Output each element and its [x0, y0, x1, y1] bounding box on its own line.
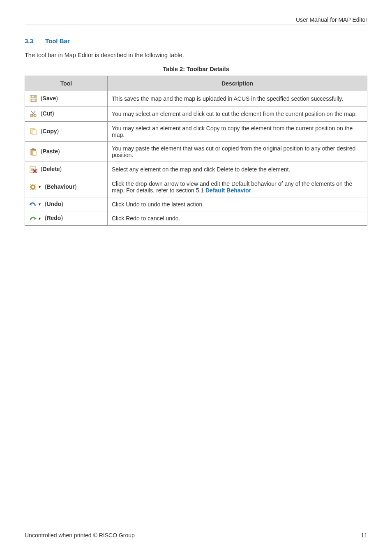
- table-row: (Cut) You may select an element and clic…: [25, 106, 367, 122]
- section-number: 3.3: [25, 37, 45, 44]
- tool-cell-delete: (Delete): [25, 162, 108, 177]
- tool-label: (Cut): [41, 110, 54, 117]
- tool-cell-undo: ▼ (Undo): [25, 197, 108, 211]
- svg-rect-1: [31, 95, 35, 98]
- table-row: (Paste) You may paste the element that w…: [25, 142, 367, 162]
- svg-line-7: [31, 111, 35, 116]
- section-heading: 3.3Tool Bar: [25, 37, 367, 44]
- header-rule: User Manual for MAP Editor: [25, 16, 367, 25]
- table-header-row: Tool Description: [25, 76, 367, 91]
- svg-point-20: [32, 186, 34, 188]
- description-cell: Select any element on the map and click …: [108, 162, 367, 177]
- default-behavior-link[interactable]: Default Behavior: [205, 187, 251, 194]
- chevron-down-icon: ▼: [38, 185, 42, 189]
- tool-label: (Behaviour): [45, 183, 77, 190]
- tool-label: (Undo): [45, 201, 63, 207]
- tool-label: (Delete): [41, 166, 62, 172]
- svg-line-6: [32, 111, 35, 116]
- table-row: ▼ (Undo) Click Undo to undo the latest a…: [25, 197, 367, 211]
- delete-icon: [29, 165, 37, 173]
- svg-rect-9: [32, 130, 36, 135]
- description-cell: You may select an element and click Copy…: [108, 122, 367, 142]
- tool-cell-paste: (Paste): [25, 142, 108, 162]
- svg-marker-29: [29, 203, 31, 206]
- description-cell: Click Undo to undo the latest action.: [108, 197, 367, 211]
- redo-icon: [29, 215, 37, 222]
- save-icon: [29, 95, 37, 103]
- table-row: ▼ (Behaviour) Click the drop-down arrow …: [25, 177, 367, 197]
- page-number: 11: [361, 532, 367, 539]
- footer-left: Uncontrolled when printed © RISCO Group: [25, 532, 135, 539]
- undo-icon: [29, 201, 37, 208]
- chevron-down-icon: ▼: [38, 202, 42, 206]
- table-header-description: Description: [108, 76, 367, 91]
- tool-label: (Copy): [41, 128, 59, 134]
- table-header-tool: Tool: [25, 76, 108, 91]
- tool-label: (Save): [41, 95, 58, 102]
- svg-marker-30: [35, 217, 37, 220]
- description-cell: Click the drop-down arrow to view and ed…: [108, 177, 367, 197]
- footer: Uncontrolled when printed © RISCO Group …: [25, 531, 367, 539]
- toolbar-table: Tool Description (Save) This saves the m…: [25, 76, 367, 226]
- footer-rule: Uncontrolled when printed © RISCO Group …: [25, 531, 367, 539]
- svg-line-25: [30, 185, 31, 185]
- chevron-down-icon: ▼: [38, 217, 42, 221]
- header-title: User Manual for MAP Editor: [25, 16, 367, 23]
- tool-cell-behaviour: ▼ (Behaviour): [25, 177, 108, 197]
- svg-rect-12: [32, 151, 36, 155]
- tool-cell-save: (Save): [25, 91, 108, 106]
- paste-icon: [29, 148, 37, 156]
- tool-cell-copy: (Copy): [25, 122, 108, 142]
- table-caption: Table 2: Toolbar Details: [25, 66, 367, 72]
- section-title: Tool Bar: [45, 37, 70, 44]
- tool-cell-redo: ▼ (Redo): [25, 211, 108, 225]
- tool-label: (Redo): [45, 215, 63, 221]
- tool-cell-cut: (Cut): [25, 106, 108, 122]
- svg-line-26: [35, 189, 35, 190]
- svg-rect-3: [31, 99, 35, 102]
- intro-text: The tool bar in Map Editor is described …: [25, 52, 367, 58]
- copy-icon: [29, 127, 37, 136]
- table-row: ▼ (Redo) Click Redo to cancel undo.: [25, 211, 367, 225]
- description-cell: This saves the map and the map is upload…: [108, 91, 367, 106]
- table-row: (Save) This saves the map and the map is…: [25, 91, 367, 106]
- table-row: (Delete) Select any element on the map a…: [25, 162, 367, 177]
- svg-rect-2: [34, 96, 35, 97]
- svg-rect-11: [32, 148, 35, 150]
- description-cell: You may select an element and click cut …: [108, 106, 367, 122]
- desc-suffix: .: [251, 187, 253, 194]
- page: User Manual for MAP Editor 3.3Tool Bar T…: [0, 0, 392, 555]
- table-row: (Copy) You may select an element and cli…: [25, 122, 367, 142]
- svg-line-28: [30, 189, 31, 190]
- scissors-icon: [29, 110, 37, 118]
- gear-icon: [29, 183, 37, 191]
- description-cell: Click Redo to cancel undo.: [108, 211, 367, 225]
- description-cell: You may paste the element that was cut o…: [108, 142, 367, 162]
- svg-line-27: [35, 185, 35, 185]
- tool-label: (Paste): [41, 148, 60, 155]
